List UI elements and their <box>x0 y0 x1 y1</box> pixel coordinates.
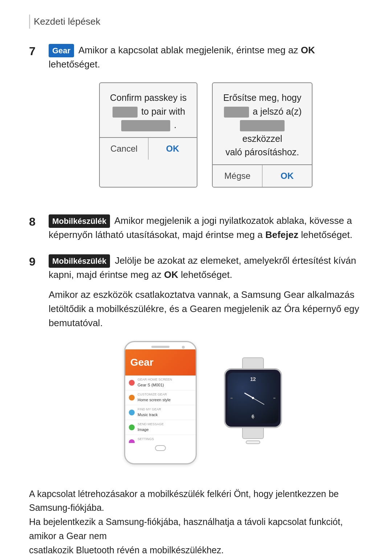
app-name-3: Image <box>138 427 192 433</box>
dialog-left-ok[interactable]: OK <box>148 138 197 160</box>
footer-line1: A kapcsolat létrehozásakor a mobilkészül… <box>29 489 339 513</box>
footer-line2: Ha bejelentkezik a Samsung-fiókjába, has… <box>29 517 343 541</box>
dialog-left-body: Confirm passkey is ■■■■ to pair with ■■■… <box>100 83 197 137</box>
dialog-left-blurred1: ■■■■ <box>113 107 138 118</box>
app-sublabel-2: FIND MY GEAR <box>138 407 192 412</box>
phone-home-button[interactable] <box>155 445 166 451</box>
step9-text: Mobilkészülék Jelölje be azokat az eleme… <box>49 254 363 282</box>
step9-content: Mobilkészülék Jelölje be azokat az eleme… <box>49 254 363 475</box>
step-7: 7 Gear Amikor a kapcsolat ablak megjelen… <box>29 43 363 202</box>
watch-center-dot <box>252 397 254 399</box>
badge-mobile-9: Mobilkészülék <box>49 254 110 268</box>
app-sublabel-3: SEND MESSAGE <box>138 422 192 427</box>
dialog-left-buttons: Cancel OK <box>100 137 197 160</box>
dialog-right-line4: való párosításhoz. <box>225 147 299 157</box>
step-number-8: 8 <box>29 214 42 230</box>
step8-bold: Befejez <box>265 229 298 240</box>
step9-bold: OK <box>164 269 178 280</box>
watch-mockup: 12 6 <box>219 357 287 448</box>
step9-text-after: lehetőséget. <box>181 269 232 280</box>
list-item: FIND MY GEAR Music track <box>125 405 196 420</box>
header-title: Kezdeti lépések <box>34 16 101 27</box>
gear-app-title: Gear <box>130 355 154 370</box>
list-item: SETTINGS Notifications <box>125 435 196 443</box>
dialog-left-line2: to pair with <box>141 106 185 116</box>
app-sublabel-1: CUSTOMIZE GEAR <box>138 392 192 397</box>
step7-bold: OK <box>301 45 315 56</box>
dialog-right-buttons: Mégse OK <box>213 164 312 187</box>
watch-tick-bottom <box>253 417 254 419</box>
footer-line3: csatlakozik Bluetooth révén a mobilkészü… <box>29 545 224 554</box>
step7-content: Gear Amikor a kapcsolat ablak megjelenik… <box>49 43 363 202</box>
step-number-9: 9 <box>29 254 42 270</box>
footer-text: A kapcsolat létrehozásakor a mobilkészül… <box>29 487 363 554</box>
step7-text-before: Amikor a kapcsolat ablak megjelenik, éri… <box>78 45 298 56</box>
app-icon-3 <box>129 424 135 430</box>
step8-content: Mobilkészülék Amikor megjelenik a jogi n… <box>49 214 363 242</box>
watch-face: 12 6 <box>228 373 278 423</box>
dialog-left-line1: Confirm passkey is <box>110 93 187 103</box>
app-icon-0 <box>129 380 135 386</box>
step7-text: Gear Amikor a kapcsolat ablak megjelenik… <box>49 43 363 71</box>
images-row: Gear GEAR HOME SCREEN Gear S (M001) <box>49 341 363 464</box>
app-icon-4 <box>129 439 135 443</box>
watch-tick-left <box>230 398 233 399</box>
app-name-4: Notifications <box>138 442 192 443</box>
badge-gear: Gear <box>49 44 74 57</box>
app-name-2: Music track <box>138 412 192 418</box>
list-item: GEAR HOME SCREEN Gear S (M001) <box>125 376 196 390</box>
watch-tick-right <box>273 398 275 399</box>
step8-text: Mobilkészülék Amikor megjelenik a jogi n… <box>49 214 363 242</box>
watch-bottom-button <box>246 440 260 444</box>
list-item: CUSTOMIZE GEAR Home screen style <box>125 390 196 405</box>
dialog-right: Erősítse meg, hogy ■■■■ a jelszó a(z) ■■… <box>212 82 313 188</box>
step-8: 8 Mobilkészülék Amikor megjelenik a jogi… <box>29 214 363 242</box>
watch-band-top <box>242 357 264 368</box>
app-sublabel-0: GEAR HOME SCREEN <box>138 377 192 382</box>
dialog-left-line3: . <box>174 120 176 130</box>
watch-side-button <box>281 384 282 392</box>
app-icon-2 <box>129 410 135 415</box>
dialog-right-line3: eszközzel <box>242 134 282 144</box>
step9-para: Amikor az eszközök csatlakoztatva vannak… <box>49 288 363 330</box>
phone-speaker <box>151 346 170 348</box>
dialog-left-blurred2: ■■■■■■■■■ <box>121 120 171 131</box>
app-name-0: Gear S (M001) <box>138 382 192 388</box>
badge-mobile-8: Mobilkészülék <box>49 214 110 228</box>
phone-header-orange: Gear <box>125 349 196 376</box>
phone-screen: Gear GEAR HOME SCREEN Gear S (M001) <box>125 349 196 443</box>
step8-text-after: lehetőséget. <box>301 229 352 240</box>
watch-band-bottom <box>242 428 264 439</box>
dialog-right-blurred1: ■■■■ <box>224 107 249 118</box>
dialog-right-blurred2: ■■■■■■■■ <box>240 120 284 131</box>
dialog-right-line2: a jelszó a(z) <box>253 106 302 116</box>
dialog-row: Confirm passkey is ■■■■ to pair with ■■■… <box>49 82 363 188</box>
watch-minute-hand <box>253 398 265 405</box>
gear-app-list: GEAR HOME SCREEN Gear S (M001) CUSTOMIZE… <box>125 376 196 443</box>
step-9: 9 Mobilkészülék Jelölje be azokat az ele… <box>29 254 363 475</box>
list-item: SEND MESSAGE Image <box>125 420 196 435</box>
dialog-right-line1: Erősítse meg, hogy <box>223 93 301 103</box>
dialog-left: Confirm passkey is ■■■■ to pair with ■■■… <box>99 82 197 188</box>
dialog-left-cancel[interactable]: Cancel <box>100 138 148 160</box>
phone-mockup: Gear GEAR HOME SCREEN Gear S (M001) <box>124 341 197 464</box>
step-number-7: 7 <box>29 43 42 59</box>
app-sublabel-4: SETTINGS <box>138 437 192 442</box>
dialog-right-cancel[interactable]: Mégse <box>213 165 262 187</box>
page-header: Kezdeti lépések <box>29 15 363 29</box>
step7-text-after: lehetőséget. <box>49 59 100 70</box>
watch-body: 12 6 <box>224 368 282 428</box>
dialog-right-body: Erősítse meg, hogy ■■■■ a jelszó a(z) ■■… <box>213 83 312 164</box>
watch-tick-top <box>253 377 254 379</box>
phone-camera <box>182 346 185 349</box>
app-icon-1 <box>129 395 135 401</box>
dialog-right-ok[interactable]: OK <box>262 165 312 187</box>
app-name-1: Home screen style <box>138 397 192 403</box>
